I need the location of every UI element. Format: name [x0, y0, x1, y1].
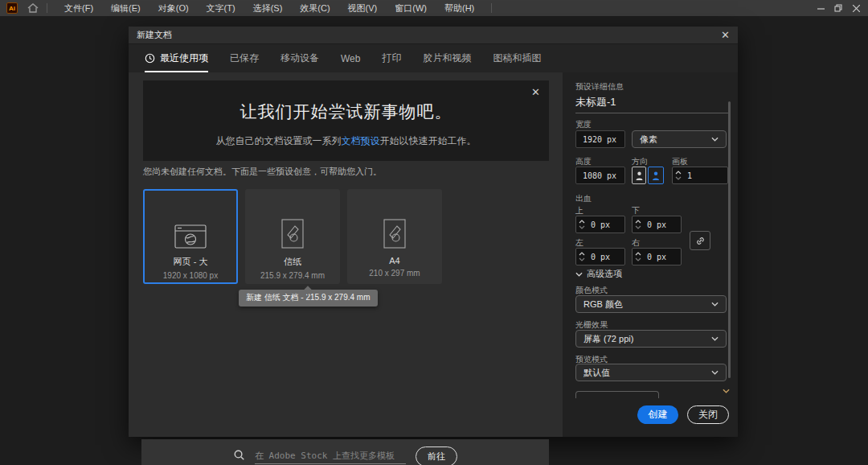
- portrait-icon: [635, 171, 644, 181]
- raster-effects-label: 光栅效果: [575, 319, 608, 331]
- cut-off-control[interactable]: [575, 391, 659, 398]
- color-mode-label: 颜色模式: [575, 285, 608, 296]
- stepper-down-icon: [579, 257, 585, 261]
- tab-saved[interactable]: 已保存: [230, 44, 259, 72]
- titlebar-separator: [47, 3, 47, 13]
- stepper-up-icon: [675, 171, 682, 175]
- close-window-icon[interactable]: [849, 2, 863, 14]
- home-icon[interactable]: [27, 3, 39, 13]
- document-shapes-icon: [281, 191, 304, 249]
- preset-tooltip: 新建 信纸 文档 - 215.9 x 279.4 mm: [239, 290, 378, 307]
- stepper-down-icon: [675, 176, 682, 180]
- tab-film-video[interactable]: 胶片和视频: [423, 44, 471, 72]
- height-label: 高度: [575, 156, 592, 167]
- orientation-landscape-button[interactable]: [648, 167, 664, 184]
- preset-dimensions: 1920 x 1080 px: [163, 271, 218, 280]
- preset-card-web-large[interactable]: 网页 - 大 1920 x 1080 px: [143, 189, 238, 284]
- preview-mode-dropdown[interactable]: 默认值: [575, 364, 727, 381]
- preset-name: 网页 - 大: [174, 256, 208, 268]
- titlebar: Ai 文件(F) 编辑(E) 对象(O) 文字(T) 选择(S) 效果(C) 视…: [0, 0, 868, 16]
- hero-heading: 让我们开始尝试新事物吧。: [240, 101, 452, 123]
- bleed-left-stepper[interactable]: 0 px: [575, 248, 625, 265]
- menu-help[interactable]: 帮助(H): [436, 0, 483, 16]
- orientation-label: 方向: [632, 156, 648, 167]
- advanced-options-toggle[interactable]: 高级选项: [575, 268, 622, 280]
- menu-edit[interactable]: 编辑(E): [102, 0, 149, 16]
- window-controls: [813, 2, 868, 14]
- width-label: 宽度: [575, 119, 592, 130]
- scroll-down-indicator-icon[interactable]: [723, 382, 730, 397]
- menu-file[interactable]: 文件(F): [55, 0, 102, 16]
- close-button[interactable]: 关闭: [687, 405, 729, 424]
- menu-window[interactable]: 窗口(W): [386, 0, 436, 16]
- bleed-right-stepper[interactable]: 0 px: [632, 248, 682, 265]
- document-shapes-icon: [383, 191, 406, 249]
- tab-mobile[interactable]: 移动设备: [280, 44, 319, 72]
- stepper-up-icon: [635, 220, 641, 224]
- landscape-icon: [651, 171, 661, 181]
- chevron-down-icon: [711, 302, 719, 307]
- document-presets-link[interactable]: 文档预设: [342, 135, 380, 146]
- menu-view[interactable]: 视图(V): [339, 0, 387, 16]
- menu-type[interactable]: 文字(T): [198, 0, 244, 16]
- bleed-bottom-label: 下: [632, 205, 640, 216]
- stock-search-input[interactable]: [255, 449, 406, 464]
- document-name-input[interactable]: 未标题-1: [575, 95, 616, 109]
- tab-recent[interactable]: 最近使用项: [145, 44, 208, 72]
- artboards-label: 画板: [672, 156, 688, 167]
- panel-scrollbar[interactable]: [728, 101, 731, 378]
- preset-card-a4[interactable]: A4 210 x 297 mm: [347, 189, 442, 284]
- app-window: Ai 文件(F) 编辑(E) 对象(O) 文字(T) 选择(S) 效果(C) 视…: [0, 0, 868, 465]
- dialog-main-area: 让我们开始尝试新事物吧。 从您自己的文档设置或一系列文档预设开始以快速开始工作。…: [129, 72, 563, 437]
- chevron-down-icon: [711, 336, 719, 341]
- create-button[interactable]: 创建: [637, 405, 678, 424]
- bleed-top-stepper[interactable]: 0 px: [575, 216, 625, 233]
- stepper-up-icon: [579, 252, 585, 256]
- orientation-portrait-button[interactable]: [632, 167, 646, 184]
- units-dropdown[interactable]: 像素: [632, 130, 727, 148]
- preset-card-letter[interactable]: 信纸 215.9 x 279.4 mm: [245, 189, 340, 284]
- bleed-right-label: 右: [632, 237, 640, 249]
- stepper-up-icon: [579, 220, 585, 224]
- minimize-icon[interactable]: [813, 2, 828, 14]
- raster-effects-dropdown[interactable]: 屏幕 (72 ppi): [575, 330, 727, 348]
- stepper-down-icon: [635, 257, 641, 261]
- artboards-stepper[interactable]: 1: [672, 167, 728, 184]
- no-documents-message: 您尚未创建任何文档。下面是一些预设创意，可帮助您入门。: [143, 166, 382, 178]
- tab-web[interactable]: Web: [341, 44, 360, 72]
- chevron-down-icon: [575, 272, 583, 277]
- dialog-title: 新建文档: [137, 29, 172, 41]
- menu-object[interactable]: 对象(O): [149, 0, 198, 16]
- web-browser-globe-icon: [174, 191, 207, 249]
- go-button[interactable]: 前往: [416, 446, 457, 465]
- stepper-down-icon: [579, 225, 585, 229]
- preset-name: A4: [389, 256, 399, 265]
- hero-close-icon[interactable]: ✕: [531, 87, 540, 97]
- dialog-header: 新建文档 ✕: [129, 27, 738, 44]
- preset-dimensions: 215.9 x 279.4 mm: [260, 271, 325, 280]
- color-mode-dropdown[interactable]: RGB 颜色: [575, 295, 727, 313]
- height-input[interactable]: 1080 px: [575, 167, 625, 184]
- tab-print[interactable]: 打印: [382, 44, 401, 72]
- bleed-link-values-button[interactable]: [690, 231, 710, 250]
- preset-dimensions: 210 x 297 mm: [369, 269, 420, 278]
- tab-art-illustration[interactable]: 图稿和插图: [493, 44, 541, 72]
- menu-effect[interactable]: 效果(C): [291, 0, 338, 16]
- bleed-label: 出血: [575, 193, 592, 204]
- new-document-dialog: 新建文档 ✕ 最近使用项 已保存 移动设备 Web 打印 胶片和视频 图稿和插图…: [129, 27, 738, 437]
- titlebar-separator: [491, 3, 492, 13]
- preset-cards: 网页 - 大 1920 x 1080 px 信纸 215.9 x 279.4 m…: [143, 189, 442, 284]
- preset-details-panel: 预设详细信息 未标题-1 宽度 1920 px 像素 高度 方向 画板 1080…: [563, 72, 738, 437]
- bleed-left-label: 左: [575, 237, 583, 249]
- preset-category-tabs: 最近使用项 已保存 移动设备 Web 打印 胶片和视频 图稿和插图: [129, 44, 738, 72]
- bleed-bottom-stepper[interactable]: 0 px: [632, 216, 682, 233]
- hero-banner: 让我们开始尝试新事物吧。 从您自己的文档设置或一系列文档预设开始以快速开始工作。…: [143, 80, 549, 161]
- menu-select[interactable]: 选择(S): [244, 0, 292, 16]
- restore-icon[interactable]: [831, 2, 845, 14]
- dialog-close-icon[interactable]: ✕: [721, 30, 730, 40]
- clock-icon: [145, 53, 155, 64]
- chain-link-icon: [694, 235, 706, 247]
- width-input[interactable]: 1920 px: [575, 130, 625, 148]
- panel-header: 预设详细信息: [575, 81, 624, 93]
- stepper-down-icon: [635, 225, 641, 229]
